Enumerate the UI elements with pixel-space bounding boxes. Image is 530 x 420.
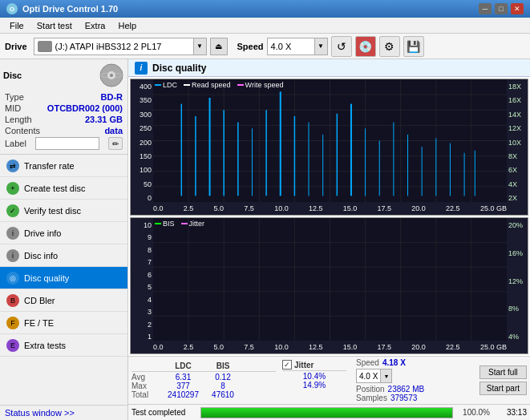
- verify-test-disc-icon: ✓: [6, 204, 19, 217]
- speed-select[interactable]: 4.0 X: [267, 38, 315, 55]
- status-window-label: Status window >>: [5, 408, 75, 418]
- bis-legend-item: BIS: [155, 220, 175, 228]
- progress-percent-text: 100.0%: [458, 408, 490, 417]
- svg-point-2: [110, 74, 113, 77]
- toolbar: Drive (J:) ATAPI iHBS312 2 PL17 ▼ ⏏ Spee…: [0, 34, 530, 59]
- nav-disc-info[interactable]: i Disc info: [0, 244, 127, 267]
- speed-position-stats: Speed 4.18 X 4.0 X ▼ Position 23862 MB S…: [356, 358, 424, 402]
- menu-help[interactable]: Help: [111, 19, 143, 32]
- nav-disc-info-label: Disc info: [24, 251, 58, 260]
- total-ldc-val: 2410297: [161, 390, 205, 399]
- nav-transfer-rate-label: Transfer rate: [24, 161, 75, 171]
- menu-start-test[interactable]: Start test: [30, 19, 79, 32]
- disc-label-row: Label ✏: [3, 136, 124, 151]
- charts-container: LDC Read speed Write speed 4003503002502…: [128, 77, 530, 356]
- close-button[interactable]: ✕: [511, 3, 524, 14]
- nav-disc-quality[interactable]: ◎ Disc quality: [0, 267, 127, 289]
- label-input[interactable]: [35, 137, 99, 150]
- write-speed-legend-label: Write speed: [245, 81, 284, 89]
- action-buttons: Start full Start part: [479, 365, 527, 395]
- eject-button[interactable]: ⏏: [210, 38, 228, 55]
- bis-legend-dot: [155, 223, 161, 224]
- speed-value: 4.0 X: [271, 42, 292, 51]
- nav-transfer-rate[interactable]: ⇄ Transfer rate: [0, 155, 127, 177]
- time-text: 33:13: [495, 408, 527, 417]
- jitter-legend-item: Jitter: [181, 220, 205, 228]
- progress-bar-inner: [201, 408, 452, 418]
- ldc-y-axis-right: 18X16X14X12X10X8X6X4X2X: [507, 79, 528, 202]
- stats-speed-select-val: 4.0 X: [359, 372, 378, 381]
- contents-value: data: [104, 126, 123, 135]
- nav-items: ⇄ Transfer rate + Create test disc ✓ Ver…: [0, 155, 127, 405]
- disc-mid-row: MID OTCBDR002 (000): [3, 103, 124, 114]
- drive-info-icon: i: [6, 227, 19, 240]
- max-label: Max: [131, 382, 160, 390]
- jitter-stats: ✓ Jitter 10.4% 14.9%: [282, 360, 346, 401]
- refresh-button[interactable]: ↺: [331, 36, 352, 57]
- minimize-button[interactable]: ─: [479, 3, 492, 14]
- samples-stat-label: Samples: [356, 394, 387, 402]
- start-part-button[interactable]: Start part: [479, 382, 527, 395]
- stats-max-row: Max 377 8: [131, 382, 276, 390]
- speed-stat-value: 4.18 X: [382, 358, 406, 367]
- nav-create-test-disc[interactable]: + Create test disc: [0, 177, 127, 200]
- bis-legend-label: BIS: [163, 220, 175, 228]
- stats-bar: LDC BIS Avg 6.31 0.12 Max 377 8 Total 24…: [128, 356, 530, 404]
- create-test-disc-icon: +: [6, 182, 19, 195]
- settings-btn[interactable]: ⚙: [379, 36, 400, 57]
- stats-speed-select[interactable]: 4.0 X: [356, 369, 381, 383]
- drive-dropdown-btn[interactable]: ▼: [194, 38, 207, 55]
- nav-create-test-disc-label: Create test disc: [24, 184, 85, 193]
- nav-disc-quality-label: Disc quality: [24, 273, 69, 283]
- nav-verify-test-disc[interactable]: ✓ Verify test disc: [0, 200, 127, 222]
- disc-info-icon: i: [6, 249, 19, 262]
- nav-extra-tests[interactable]: E Extra tests: [0, 334, 127, 357]
- cd-bler-icon: B: [6, 294, 19, 307]
- bis-chart-canvas: [153, 218, 507, 341]
- contents-label: Contents: [5, 126, 40, 135]
- jitter-checkbox[interactable]: ✓: [282, 360, 292, 370]
- menu-extra[interactable]: Extra: [79, 19, 112, 32]
- jitter-total-spacer: [282, 390, 346, 401]
- drive-select[interactable]: (J:) ATAPI iHBS312 2 PL17: [34, 38, 194, 55]
- ldc-x-axis: 0.02.55.07.510.012.515.017.520.022.525.0…: [153, 202, 507, 215]
- speed-stat-label: Speed: [356, 358, 379, 367]
- status-window-btn[interactable]: Status window >>: [0, 405, 127, 420]
- ldc-chart-canvas: [153, 79, 507, 202]
- write-speed-legend-item: Write speed: [237, 81, 284, 89]
- ldc-legend-item: LDC: [155, 81, 177, 89]
- position-stat-value: 23862 MB: [388, 385, 425, 394]
- start-full-button[interactable]: Start full: [479, 365, 527, 379]
- ldc-y-axis-left: 400350300250200150100500: [131, 79, 153, 202]
- nav-fe-te[interactable]: F FE / TE: [0, 312, 127, 334]
- disc-length-row: Length 23.31 GB: [3, 114, 124, 125]
- disc-quality-icon: ◎: [6, 272, 19, 285]
- nav-drive-info[interactable]: i Drive info: [0, 222, 127, 244]
- ldc-chart-legend: LDC Read speed Write speed: [155, 81, 283, 89]
- drive-name: (J:) ATAPI iHBS312 2 PL17: [55, 42, 162, 51]
- sidebar: Disc Type BD-R MID OTCBDR002 (000) Lengt…: [0, 59, 128, 420]
- stats-speed-dropdown[interactable]: ▼: [381, 369, 392, 383]
- nav-cd-bler[interactable]: B CD Bler: [0, 289, 127, 312]
- jitter-col-header: Jitter: [294, 361, 314, 370]
- disc-icon-btn[interactable]: 💿: [355, 36, 376, 57]
- menu-file[interactable]: File: [3, 19, 30, 32]
- bis-y-axis-left: 10987654321: [131, 218, 153, 341]
- label-edit-btn[interactable]: ✏: [108, 137, 123, 150]
- jitter-header: ✓ Jitter: [282, 360, 346, 371]
- speed-dropdown-btn[interactable]: ▼: [315, 38, 328, 55]
- disc-section-label: Disc: [3, 71, 22, 80]
- samples-stat-value: 379573: [390, 394, 417, 402]
- speed-label: Speed: [237, 42, 264, 51]
- length-label: Length: [5, 115, 32, 124]
- save-button[interactable]: 💾: [403, 36, 424, 57]
- nav-verify-test-disc-label: Verify test disc: [24, 206, 81, 216]
- nav-fe-te-label: FE / TE: [24, 318, 54, 328]
- ldc-column-header: LDC: [161, 361, 205, 370]
- write-speed-legend-dot: [237, 84, 244, 86]
- maximize-button[interactable]: □: [495, 3, 508, 14]
- menu-bar: File Start test Extra Help: [0, 18, 530, 34]
- nav-drive-info-label: Drive info: [24, 228, 61, 238]
- total-bis-val: 47610: [207, 390, 239, 399]
- transfer-rate-icon: ⇄: [6, 160, 19, 172]
